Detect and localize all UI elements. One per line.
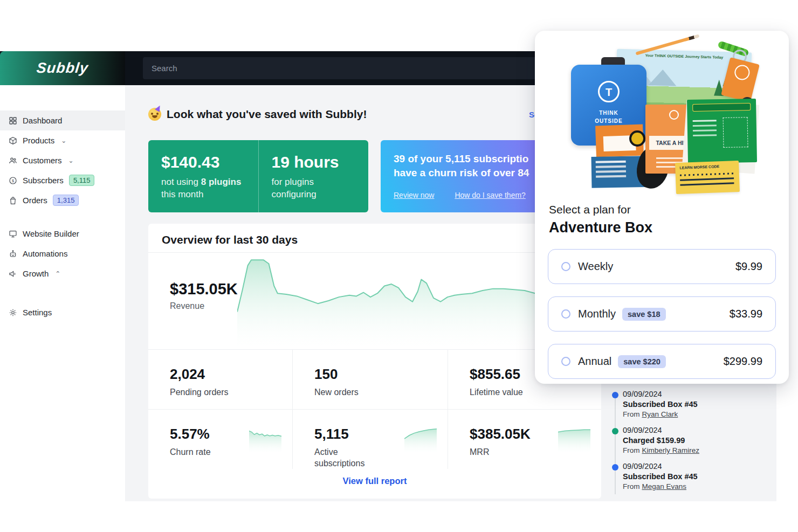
divider — [148, 252, 601, 253]
stat-new-orders: 150 New orders — [292, 349, 448, 409]
subscriptions-sparkline — [404, 425, 437, 453]
radio-button[interactable] — [561, 262, 570, 271]
sidebar-item-products[interactable]: Products ⌄ — [0, 130, 125, 150]
sidebar-item-label: Products — [23, 136, 54, 145]
revenue-label: Revenue — [170, 301, 238, 311]
savings-card: $140.43 not using 8 plugins this month 1… — [148, 140, 368, 212]
activity-title: Charged $159.99 — [623, 436, 774, 445]
logo[interactable]: Subbly — [0, 51, 125, 85]
plan-option-monthly[interactable]: Monthly save $18 $33.99 — [548, 296, 776, 331]
revenue-stat: $315.05K Revenue — [170, 280, 238, 311]
morse-dots — [680, 172, 734, 176]
sidebar-item-dashboard[interactable]: Dashboard — [0, 110, 125, 130]
poster-title: Your THINK OUTSIDE Journey Starts Today — [637, 53, 731, 60]
green-poster-header — [692, 103, 751, 112]
bag-logo: T — [598, 81, 620, 102]
stat-label: MRR — [470, 446, 540, 458]
bag-text: THINK OUTSIDE — [590, 109, 628, 125]
stat-churn-rate: 5.57% Churn rate — [148, 409, 292, 469]
savings-desc-line2: this month — [161, 189, 203, 199]
plan-option-weekly[interactable]: Weekly $9.99 — [548, 249, 776, 284]
review-now-link[interactable]: Review now — [394, 191, 434, 199]
stat-label: Lifetime value — [470, 386, 540, 398]
package-icon — [9, 136, 17, 145]
stat-active-subscriptions: 5,115 Active subscriptions — [292, 409, 448, 469]
sidebar-item-label: Growth — [23, 269, 49, 278]
plan-option-label: Annual — [578, 355, 611, 368]
savings-hours-desc: for plugins configuring — [272, 176, 369, 201]
savings-hours-col: 19 hours for plugins configuring — [258, 140, 369, 212]
megaphone-icon — [9, 270, 17, 278]
savings-hours: 19 hours — [272, 153, 369, 171]
morse-title: LEARN MORSE CODE — [679, 164, 719, 170]
activity-from: FromRyan Clark — [623, 410, 774, 418]
sidebar-item-growth[interactable]: Growth ⌃ — [0, 264, 125, 284]
stat-label: Churn rate — [170, 446, 240, 458]
sidebar-item-settings[interactable]: Settings — [0, 302, 125, 322]
logo-text: Subbly — [36, 60, 89, 77]
customer-link[interactable]: Megan Evans — [642, 482, 687, 490]
subscription-dot-icon — [612, 392, 618, 398]
savings-desc: not using 8 plugins this month — [161, 176, 258, 201]
activity-title: Subscribed Box #45 — [623, 472, 774, 481]
subscription-dollar-icon: $ — [9, 176, 17, 185]
from-prefix: From — [623, 446, 640, 454]
grid-icon — [9, 116, 17, 125]
stat-pending-orders: 2,024 Pending orders — [148, 349, 292, 409]
charge-dot-icon — [612, 428, 618, 434]
sidebar-item-customers[interactable]: Customers ⌄ — [0, 150, 125, 170]
green-poster-lines — [693, 120, 717, 122]
stat-label: Pending orders — [170, 386, 240, 398]
green-poster-image — [687, 99, 757, 163]
radio-button[interactable] — [561, 357, 570, 366]
sidebar: Dashboard Products ⌄ Customers ⌄ $ Subsc… — [0, 85, 125, 501]
green-poster-sketch — [723, 117, 748, 148]
mountain-shape — [648, 69, 677, 86]
mrr-sparkline — [558, 425, 590, 453]
chevron-down-icon: ⌄ — [68, 157, 74, 164]
sidebar-item-subscribers[interactable]: $ Subscrbers 5,115 — [0, 170, 125, 190]
activity-feed: 09/09/2024 Subscribed Box #45 FromRyan C… — [612, 390, 774, 498]
how-save-link[interactable]: How do I save them? — [455, 191, 526, 199]
shopping-bag-icon — [9, 196, 17, 205]
radio-button[interactable] — [561, 309, 570, 319]
view-full-report-link[interactable]: View full report — [148, 476, 601, 486]
stat-value: 150 — [314, 366, 448, 383]
activity-item: 09/09/2024 Charged $159.99 FromKimberly … — [612, 426, 774, 454]
customer-link[interactable]: Ryan Clark — [642, 410, 678, 418]
sidebar-item-orders[interactable]: Orders 1,315 — [0, 190, 125, 210]
subscribers-count-badge: 5,115 — [69, 175, 95, 186]
savings-badge: save $220 — [618, 355, 666, 368]
sidebar-item-website-builder[interactable]: Website Builder — [0, 224, 125, 244]
savings-desc-bold: 8 plugins — [201, 177, 242, 187]
activity-item: 09/09/2024 Subscribed Box #45 FromRyan C… — [612, 390, 774, 418]
plan-option-price: $299.99 — [724, 355, 762, 368]
plan-option-label: Monthly — [578, 308, 616, 320]
savings-money-col: $140.43 not using 8 plugins this month — [148, 140, 258, 212]
subscription-dot-icon — [612, 464, 618, 471]
activity-date: 09/09/2024 — [623, 390, 774, 398]
orders-count-badge: 1,315 — [53, 195, 79, 206]
revenue-value: $315.05K — [170, 280, 238, 298]
gear-icon — [9, 308, 17, 317]
churn-sparkline — [249, 425, 281, 453]
sidebar-item-label: Orders — [23, 196, 47, 205]
sidebar-item-automations[interactable]: Automations — [0, 244, 125, 264]
sidebar-item-label: Automations — [23, 249, 67, 258]
activity-date: 09/09/2024 — [623, 462, 774, 471]
savings-badge: save $18 — [622, 308, 665, 321]
stat-mrr: $385.05K MRR — [448, 409, 601, 469]
page: Subbly Dashboard Products ⌄ Customers — [0, 0, 798, 532]
plan-option-price: $9.99 — [735, 260, 762, 273]
customer-link[interactable]: Kimberly Ramirez — [642, 446, 700, 454]
plan-subtitle: Select a plan for — [549, 203, 631, 216]
svg-text:$: $ — [12, 178, 14, 183]
plan-option-annual[interactable]: Annual save $220 $299.99 — [548, 344, 776, 379]
activity-item: 09/09/2024 Subscribed Box #45 FromMegan … — [612, 462, 774, 490]
stat-label: New orders — [314, 386, 384, 398]
activity-from: FromMegan Evans — [623, 482, 774, 490]
sidebar-item-label: Subscrbers — [23, 176, 64, 185]
activity-title: Subscribed Box #45 — [623, 400, 774, 409]
plan-option-price: $33.99 — [730, 308, 762, 320]
overview-title: Overview for last 30 days — [162, 233, 298, 246]
